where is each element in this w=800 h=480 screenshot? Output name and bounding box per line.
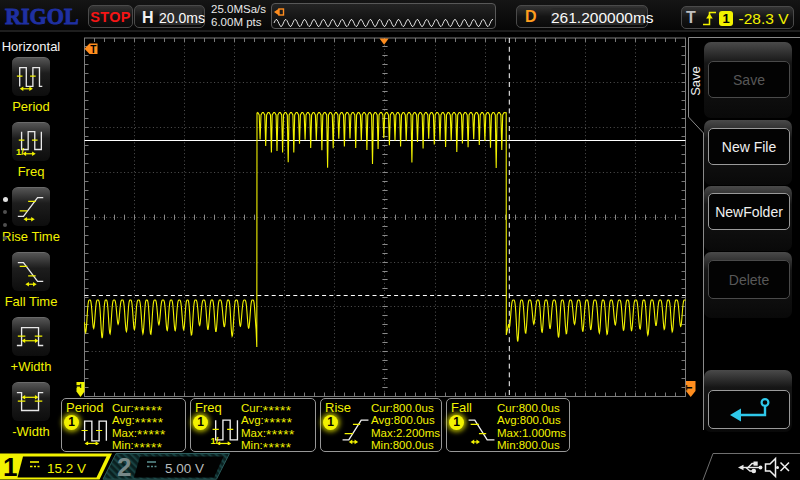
svg-text:1: 1 — [3, 452, 17, 480]
svg-text:1/: 1/ — [16, 146, 24, 157]
svg-text:2: 2 — [117, 452, 131, 480]
svg-text:T: T — [90, 44, 96, 55]
svg-text:5.00 V: 5.00 V — [165, 461, 204, 476]
svg-text:15.2 V: 15.2 V — [47, 461, 86, 476]
svg-text:1: 1 — [73, 384, 83, 389]
